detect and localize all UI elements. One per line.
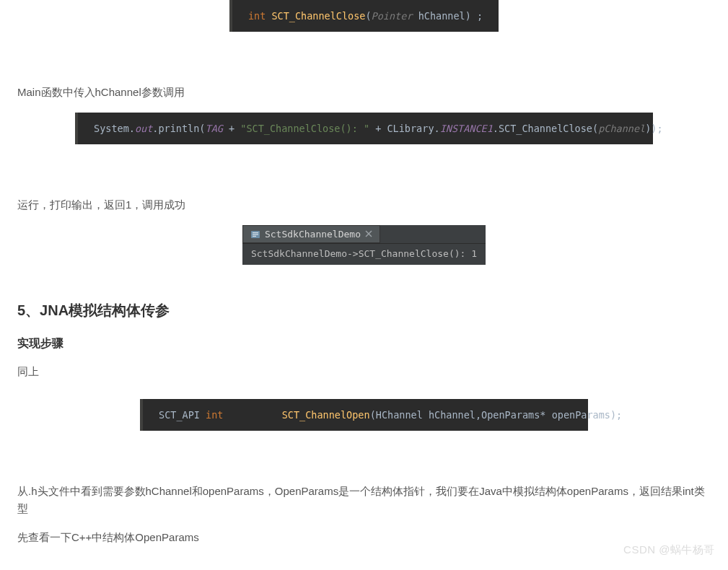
code1-cp: ) <box>465 10 471 22</box>
spacer <box>17 431 711 471</box>
para5: 先查看一下C++中结构体OpenParams <box>17 529 711 546</box>
c2-inst: INSTANCE1 <box>440 123 493 134</box>
console: SctSdkChannelDemo SctSdkChannelDemo->SCT… <box>242 225 486 265</box>
code3: SCT_API int SCT_ChannelOpen(HChannel hCh… <box>140 399 588 431</box>
c3-h1: HChannel <box>376 409 429 421</box>
console-output: SctSdkChannelDemo->SCT_ChannelClose(): 1 <box>242 244 486 265</box>
c2-str: "SCT_ChannelClose(): " <box>240 123 369 134</box>
c2-call: SCT_ChannelClose <box>499 123 592 134</box>
c2-po: ( <box>592 123 598 134</box>
console-tabbar: SctSdkChannelDemo <box>242 225 486 244</box>
c3-cl: ); <box>610 409 622 421</box>
c3-api: SCT_API <box>159 409 206 421</box>
code1-wrap: int SCT_ChannelClose(Pointer hChannel) ; <box>17 0 711 32</box>
code2: System.out.println(TAG + "SCT_ChannelClo… <box>75 113 653 144</box>
c3-h2: OpenParams* <box>481 409 552 421</box>
c2-cl: ); <box>651 123 662 134</box>
para4: 从.h头文件中看到需要参数hChannel和openParams，OpenPar… <box>17 483 711 517</box>
code3-wrap: SCT_API int SCT_ChannelOpen(HChannel hCh… <box>17 399 711 431</box>
c2-out: out <box>135 123 152 134</box>
c2-pch: pChannel <box>598 123 645 134</box>
c2-d1: . <box>129 123 135 134</box>
code1: int SCT_ChannelClose(Pointer hChannel) ; <box>229 0 499 32</box>
para1: Main函数中传入hChannel参数调用 <box>17 84 711 101</box>
c2-d3: . <box>434 123 440 134</box>
c2-clib: CLibrary <box>387 123 434 134</box>
c2-d4: . <box>493 123 499 134</box>
code1-end: ; <box>471 10 483 22</box>
watermark: CSDN @蜗牛杨哥 <box>623 543 715 557</box>
c3-op: ( <box>370 409 376 421</box>
code1-ptr: Pointer <box>372 10 413 22</box>
close-icon[interactable] <box>365 229 372 240</box>
run-config-icon <box>250 229 260 240</box>
code1-int: int <box>248 10 266 22</box>
console-tab[interactable]: SctSdkChannelDemo <box>242 225 380 243</box>
code2-wrap: System.out.println(TAG + "SCT_ChannelClo… <box>17 113 711 144</box>
console-wrap: SctSdkChannelDemo SctSdkChannelDemo->SCT… <box>17 225 711 265</box>
code1-fn: SCT_ChannelClose <box>271 10 365 22</box>
para3: 同上 <box>17 363 711 380</box>
c3-fn: SCT_ChannelOpen <box>282 409 370 421</box>
heading-steps: 实现步骤 <box>17 336 711 351</box>
console-tab-label: SctSdkChannelDemo <box>265 229 361 240</box>
c2-p2: + <box>369 123 387 134</box>
c2-pr: println <box>158 123 199 134</box>
c2-p1: + <box>223 123 240 134</box>
spacer <box>17 144 711 185</box>
svg-rect-3 <box>253 235 256 236</box>
c3-a2: openParams <box>552 409 610 421</box>
svg-rect-2 <box>253 234 258 234</box>
code1-op: ( <box>365 10 371 22</box>
spacer <box>17 392 711 399</box>
heading-5: 5、JNA模拟结构体传参 <box>17 301 711 320</box>
c3-int: int <box>206 409 223 421</box>
c3-c: , <box>475 409 481 421</box>
c2-tag: TAG <box>206 123 223 134</box>
c3-sp <box>223 409 281 421</box>
c2-sys: System <box>94 123 129 134</box>
c3-a1: hChannel <box>429 409 475 421</box>
spacer <box>17 32 711 72</box>
c2-op: ( <box>199 123 205 134</box>
para2: 运行，打印输出，返回1，调用成功 <box>17 196 711 214</box>
code1-arg: hChannel <box>418 10 465 22</box>
svg-rect-1 <box>253 232 258 233</box>
